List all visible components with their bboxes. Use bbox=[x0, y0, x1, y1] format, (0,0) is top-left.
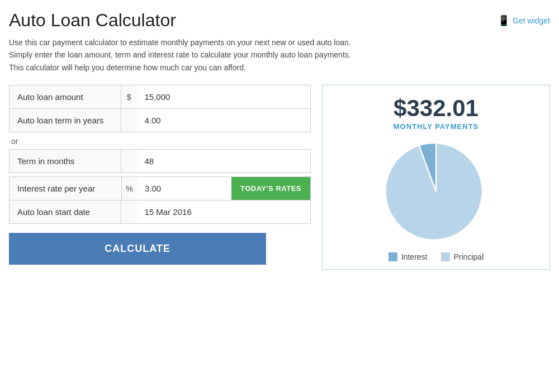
chart-legend: Interest Principal bbox=[330, 252, 542, 261]
widget-icon: 📱 bbox=[498, 15, 510, 27]
interest-rate-input[interactable] bbox=[137, 177, 231, 200]
loan-amount-input[interactable] bbox=[137, 85, 311, 108]
legend-interest-box bbox=[389, 252, 397, 261]
get-widget-label: Get widget bbox=[513, 16, 550, 25]
start-date-symbol bbox=[121, 200, 137, 224]
description-text: Use this car payment calculator to estim… bbox=[9, 36, 367, 74]
start-date-input-cell bbox=[137, 200, 311, 224]
loan-amount-label: Auto loan amount bbox=[10, 85, 121, 109]
legend-principal: Principal bbox=[441, 252, 484, 261]
start-date-row: Auto loan start date bbox=[10, 200, 311, 224]
loan-amount-row: Auto loan amount $ bbox=[10, 85, 311, 109]
interest-rate-input-cell bbox=[137, 177, 231, 200]
loan-term-years-symbol bbox=[121, 109, 137, 132]
legend-principal-label: Principal bbox=[454, 252, 484, 261]
start-date-input[interactable] bbox=[137, 200, 311, 223]
legend-interest: Interest bbox=[389, 252, 428, 261]
term-months-input[interactable] bbox=[137, 150, 311, 173]
legend-principal-box bbox=[441, 252, 450, 261]
term-months-input-cell bbox=[137, 150, 311, 173]
interest-rate-row: Interest rate per year % TODAY'S RATES bbox=[9, 176, 311, 200]
calculate-button[interactable]: CALCULATE bbox=[9, 233, 266, 265]
loan-term-years-label: Auto loan term in years bbox=[10, 109, 121, 132]
loan-amount-symbol: $ bbox=[121, 85, 137, 109]
or-text: or bbox=[11, 137, 311, 146]
pie-chart-container bbox=[330, 138, 542, 245]
interest-rate-label: Interest rate per year bbox=[10, 177, 121, 200]
left-panel: Auto loan amount $ Auto loan term in yea… bbox=[9, 85, 311, 265]
main-layout: Auto loan amount $ Auto loan term in yea… bbox=[9, 85, 550, 270]
start-date-label: Auto loan start date bbox=[10, 200, 121, 224]
loan-amount-input-cell bbox=[137, 85, 311, 109]
page-title: Auto Loan Calculator bbox=[9, 10, 176, 31]
monthly-amount: $332.01 bbox=[330, 95, 542, 121]
interest-rate-symbol: % bbox=[121, 177, 137, 200]
todays-rates-button[interactable]: TODAY'S RATES bbox=[231, 177, 310, 200]
form-table-3: Auto loan start date bbox=[9, 200, 311, 224]
form-table: Auto loan amount $ Auto loan term in yea… bbox=[9, 85, 311, 132]
loan-term-years-row: Auto loan term in years bbox=[10, 109, 311, 132]
loan-term-years-input[interactable] bbox=[137, 109, 311, 132]
term-months-row: Term in months bbox=[10, 150, 311, 173]
term-months-symbol bbox=[121, 150, 137, 173]
monthly-label: MONTHLY PAYMENTS bbox=[330, 122, 542, 131]
form-table-2: Term in months bbox=[9, 149, 311, 173]
pie-chart bbox=[383, 138, 489, 245]
term-months-label: Term in months bbox=[10, 150, 121, 173]
right-panel: $332.01 MONTHLY PAYMENTS Interest bbox=[322, 85, 550, 270]
loan-term-years-input-cell bbox=[137, 109, 311, 132]
get-widget-link[interactable]: 📱 Get widget bbox=[498, 15, 550, 27]
legend-interest-label: Interest bbox=[401, 252, 428, 261]
